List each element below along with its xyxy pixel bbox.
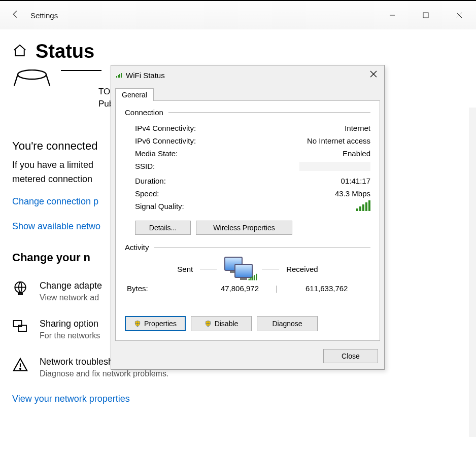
disable-button[interactable]: Disable [191,316,252,331]
ssid-value-redacted [299,162,370,171]
page-title: Status [36,41,94,62]
shield-icon [205,320,212,327]
svg-rect-8 [18,293,22,295]
row-duration: Duration:01:41:17 [125,174,370,187]
shield-icon [134,320,141,327]
wifi-icon [116,73,122,78]
svg-point-4 [18,70,46,79]
row-bytes: Bytes: 47,806,972 | 611,633,762 [125,284,370,293]
back-button[interactable] [0,9,30,22]
sent-label: Sent [177,265,193,273]
minimize-button[interactable] [376,1,409,29]
svg-line-6 [46,75,50,86]
dialog-close-button[interactable] [368,68,379,82]
row-ipv4: IPv4 Connectivity:Internet [125,122,370,134]
group-connection-label: Connection [125,108,163,117]
app-title: Settings [30,11,58,20]
wireless-properties-button[interactable]: Wireless Properties [196,221,292,235]
received-label: Received [286,265,318,273]
title-bar: Settings [0,1,476,29]
activity-diagram: Sent Received [125,257,370,281]
wifi-status-dialog: WiFi Status General Connection IPv4 Conn… [111,65,385,370]
row-signal-quality: Signal Quality: [125,200,370,215]
option-sub: For the networks [40,331,100,340]
option-title: Change adapte [40,281,102,291]
bytes-sent: 47,806,972 [198,284,259,293]
close-button[interactable]: Close [323,349,378,363]
signal-bars-icon [356,202,370,211]
dialog-title: WiFi Status [126,71,165,80]
tab-general[interactable]: General [115,88,154,101]
row-media-state: Media State:Enabled [125,147,370,160]
group-activity-label: Activity [125,243,149,252]
warning-icon [12,357,29,375]
router-icon [12,69,52,87]
details-button[interactable]: Details... [135,221,191,235]
row-ssid: SSID: [125,160,370,174]
svg-rect-1 [423,13,428,18]
scrollbar[interactable] [469,108,476,437]
svg-point-12 [20,368,21,369]
option-sub: Diagnose and fix network problems. [40,369,168,378]
row-ipv6: IPv6 Connectivity:No Internet access [125,134,370,147]
svg-line-5 [14,75,18,86]
computers-icon [224,257,255,281]
home-icon[interactable] [12,43,27,60]
link-view-properties[interactable]: View your network properties [12,394,464,404]
close-button[interactable] [443,1,476,29]
maximize-button[interactable] [409,1,443,29]
globe-icon [12,281,29,299]
properties-button[interactable]: Properties [125,316,186,331]
option-sub: View network ad [40,293,102,302]
printers-icon [12,319,29,337]
diagnose-button[interactable]: Diagnose [257,316,318,331]
network-line [61,70,101,71]
row-speed: Speed:43.3 Mbps [125,187,370,200]
option-title: Sharing option [40,319,100,329]
bytes-received: 611,633,762 [294,284,370,293]
